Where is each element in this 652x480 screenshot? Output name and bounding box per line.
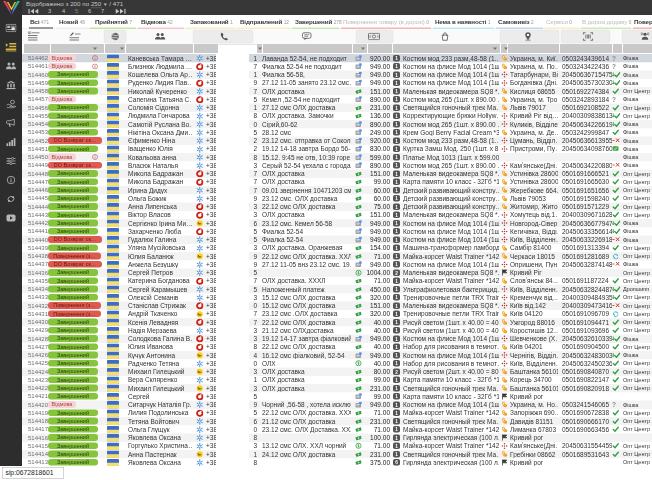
svg-text:ID: ID [28, 32, 32, 36]
